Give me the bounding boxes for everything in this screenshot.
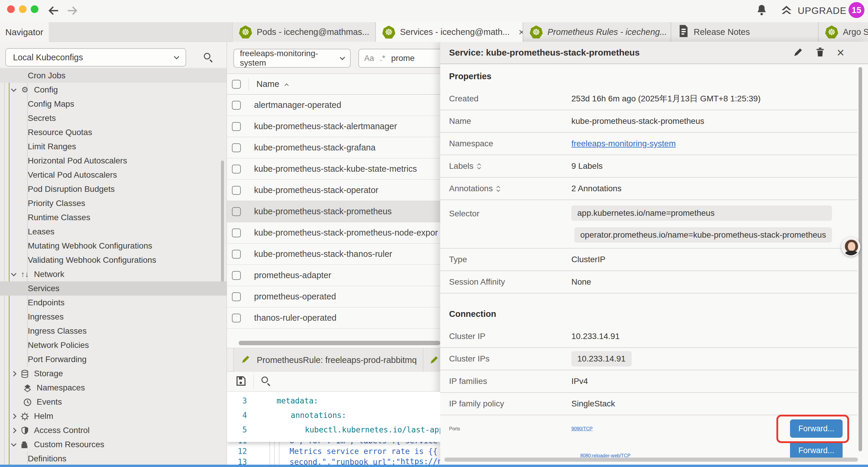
row-checkbox[interactable] <box>232 271 241 280</box>
upgrade-button[interactable]: UPGRADE <box>780 4 846 17</box>
sidebar-item-horizontal-pod-autoscalers[interactable]: Horizontal Pod Autoscalers <box>0 154 227 168</box>
row-checkbox[interactable] <box>232 143 241 152</box>
table-row[interactable]: kube-prometheus-stack-grafana <box>227 137 440 158</box>
detail-horizontal-scrollbar[interactable] <box>444 458 858 462</box>
row-checkbox[interactable] <box>232 186 241 195</box>
sidebar-item-port-forwarding[interactable]: Port Forwarding <box>0 352 227 367</box>
sidebar-item-events[interactable]: Events <box>0 395 227 409</box>
delete-trash-icon[interactable] <box>815 47 826 59</box>
close-tab-icon[interactable]: × <box>519 26 523 38</box>
table-row[interactable]: prometheus-adapter <box>227 265 440 286</box>
namespace-link[interactable]: freeleaps-monitoring-system <box>571 139 676 148</box>
regex-toggle[interactable]: .* <box>380 54 385 63</box>
sidebar-item-priority-classes[interactable]: Priority Classes <box>0 196 227 210</box>
tab-argo[interactable]: ☸ Argo Se <box>818 22 868 42</box>
sidebar-item-runtime-classes[interactable]: Runtime Classes <box>0 210 227 225</box>
sidebar-item-network[interactable]: ↑↓Network <box>0 267 227 282</box>
sidebar-item-config-maps[interactable]: Config Maps <box>0 97 227 111</box>
back-icon[interactable] <box>47 4 60 17</box>
table-row[interactable]: kube-prometheus-stack-thanos-ruler <box>227 243 440 265</box>
yaml-editor[interactable]: 11o","for":"1m","labels":{"service": 12M… <box>227 391 440 465</box>
code-link[interactable]: https://net <box>401 457 440 465</box>
table-row-selected[interactable]: kube-prometheus-stack-prometheus <box>227 201 440 222</box>
row-checkbox[interactable] <box>232 207 241 216</box>
minimize-window-button[interactable] <box>19 5 27 13</box>
row-checkbox[interactable] <box>232 314 241 322</box>
expand-collapse-icon[interactable] <box>478 163 480 170</box>
table-row[interactable]: kube-prometheus-stack-kube-state-metrics <box>227 158 440 180</box>
select-all-checkbox[interactable] <box>232 80 241 89</box>
table-row[interactable]: kube-prometheus-stack-alertmanager <box>227 116 440 137</box>
sort-ascending-icon[interactable] <box>284 83 289 87</box>
sidebar-item-namespaces[interactable]: Namespaces <box>0 381 227 395</box>
name-filter-input[interactable]: Aa .* prome <box>359 49 440 68</box>
sidebar-item-ingresses[interactable]: Ingresses <box>0 310 227 324</box>
sidebar-item-access-control[interactable]: Access Control <box>0 423 227 437</box>
notification-count-badge[interactable]: 15 <box>848 2 864 18</box>
table-row[interactable]: alertmanager-operated <box>227 95 440 116</box>
row-checkbox[interactable] <box>232 229 241 237</box>
sidebar-item-secrets[interactable]: Secrets <box>0 111 227 125</box>
zoom-window-button[interactable] <box>31 5 38 13</box>
sidebar-item-vertical-pod-autoscalers[interactable]: Vertical Pod Autoscalers <box>0 168 227 182</box>
row-checkbox[interactable] <box>232 101 241 110</box>
detail-row-selector: Selector app.kubernetes.io/name=promethe… <box>440 200 857 249</box>
match-case-toggle[interactable]: Aa <box>364 54 374 63</box>
row-checkbox[interactable] <box>232 292 241 301</box>
table-row[interactable]: kube-prometheus-stack-operator <box>227 180 440 201</box>
puzzle-icon <box>20 440 30 449</box>
close-icon[interactable]: × <box>837 47 844 58</box>
tab-navigator[interactable]: Navigator <box>0 22 49 42</box>
row-checkbox[interactable] <box>232 165 241 174</box>
sidebar-item-services[interactable]: Services <box>0 282 227 296</box>
port-link-9090[interactable]: 9090/TCP <box>571 426 593 432</box>
detail-vertical-scrollbar[interactable] <box>859 67 862 451</box>
avatar[interactable] <box>841 237 860 256</box>
tab-label: Pods - icecheng@mathmas... <box>257 27 369 37</box>
sidebar-item-storage[interactable]: Storage <box>0 367 227 381</box>
sidebar-item-resource-quotas[interactable]: Resource Quotas <box>0 125 227 140</box>
edit-pencil-icon[interactable] <box>793 47 804 59</box>
name-column-header[interactable]: Name <box>256 79 279 89</box>
close-window-button[interactable] <box>7 5 15 13</box>
avatar-face <box>848 242 855 251</box>
table-row[interactable]: prometheus-operated <box>227 286 440 308</box>
row-checkbox[interactable] <box>232 122 241 131</box>
sidebar-item-definitions[interactable]: Definitions <box>0 451 227 465</box>
table-row[interactable]: kube-prometheus-stack-prometheus-node-ex… <box>227 222 440 243</box>
kubeconfig-selector[interactable]: Local Kubeconfigs <box>5 48 186 66</box>
save-icon[interactable] <box>235 375 246 388</box>
namespace-selector[interactable]: freeleaps-monitoring-system <box>234 49 351 68</box>
sidebar-item-ingress-classes[interactable]: Ingress Classes <box>0 324 227 338</box>
sidebar-item-limit-ranges[interactable]: Limit Ranges <box>0 140 227 154</box>
editor-search-icon[interactable] <box>261 376 271 387</box>
sidebar-item-leases[interactable]: Leases <box>0 225 227 239</box>
editor-tab-prometheusrule[interactable]: PrometheusRule: freeleaps-prod-rabbitmq <box>234 348 423 372</box>
sidebar-item-endpoints[interactable]: Endpoints <box>0 296 227 310</box>
sidebar-item-config[interactable]: ⚙Config <box>0 83 227 97</box>
sidebar-item-pod-disruption-budgets[interactable]: Pod Disruption Budgets <box>0 182 227 196</box>
editor-tab-partial[interactable] <box>423 348 440 372</box>
sidebar-item-mutating-webhook-configurations[interactable]: Mutating Webhook Configurations <box>0 239 227 253</box>
expand-collapse-icon[interactable] <box>497 185 500 192</box>
sidebar-item-validating-webhook-configurations[interactable]: Validating Webhook Configurations <box>0 253 227 267</box>
tab-release-notes[interactable]: Release Notes <box>671 22 818 42</box>
tab-services[interactable]: ☸ Services - icecheng@math... × <box>375 22 523 42</box>
sidebar-item-custom-resources[interactable]: Custom Resources <box>0 437 227 451</box>
item-label: Validating Webhook Configurations <box>28 255 156 265</box>
row-label: IP families <box>449 377 571 386</box>
sidebar-item-network-policies[interactable]: Network Policies <box>0 338 227 352</box>
notifications-bell-icon[interactable] <box>755 4 768 18</box>
sidebar-item-helm[interactable]: Helm <box>0 409 227 423</box>
tab-pods[interactable]: ☸ Pods - icecheng@mathmas... <box>232 22 375 42</box>
tab-prometheus-rules[interactable]: ☸ Prometheus Rules - icecheng... <box>523 22 671 42</box>
search-icon[interactable] <box>203 52 213 63</box>
horizontal-scrollbar[interactable] <box>239 341 440 345</box>
forward-button-8080[interactable]: Forward... <box>790 441 843 460</box>
sidebar-item-cron-jobs[interactable]: Cron Jobs <box>0 68 227 83</box>
row-checkbox[interactable] <box>232 250 241 259</box>
chevron-down-icon <box>11 271 16 276</box>
row-label: Cluster IP <box>449 332 571 341</box>
forward-icon[interactable] <box>66 4 79 17</box>
table-row[interactable]: thanos-ruler-operated <box>227 308 440 329</box>
